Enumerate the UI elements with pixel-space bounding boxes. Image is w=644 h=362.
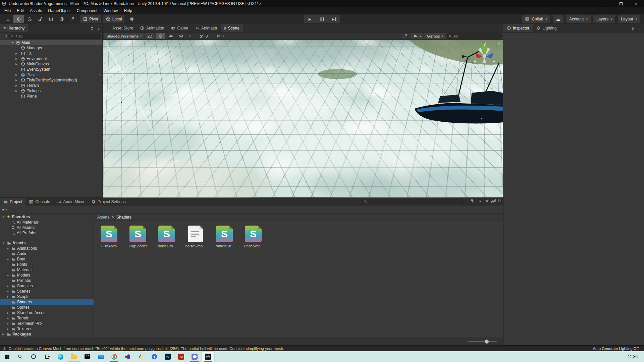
tab-audio-mixer[interactable]: Audio Mixer <box>53 198 88 206</box>
expand-arrow-icon[interactable]: ▶ <box>2 333 4 336</box>
tab-hierarchy[interactable]: ≡ Hierarchy <box>0 24 28 32</box>
minimize-button[interactable]: – <box>598 0 613 7</box>
folder-row-animations[interactable]: ▶Animations <box>0 246 94 251</box>
disclosure-icon[interactable]: ▼ <box>2 216 5 219</box>
edge-icon[interactable] <box>54 351 67 362</box>
hierarchy-row-manager[interactable]: Manager <box>0 45 103 51</box>
prefab-chevron-icon[interactable]: › <box>99 72 101 77</box>
hidden-objects-toggle[interactable]: 0 <box>197 33 210 39</box>
expand-arrow-icon[interactable]: ▶ <box>7 311 9 314</box>
scene-lighting-toggle[interactable] <box>156 33 165 39</box>
hierarchy-row-fish-particlesystemmethod[interactable]: ▶Fish(ParticleSystemMethod) <box>0 77 103 83</box>
layers-dropdown[interactable]: Layers ▾ <box>593 15 615 23</box>
favorites-filter-icon[interactable]: ★ <box>485 198 489 203</box>
task-view-button[interactable] <box>40 351 54 362</box>
folder-row-models[interactable]: ▶Models <box>0 273 94 278</box>
file-explorer-icon[interactable] <box>67 351 80 362</box>
lock-icon[interactable] <box>631 26 635 30</box>
step-button[interactable]: ▶ <box>328 15 340 23</box>
disclosure-icon[interactable]: ▼ <box>2 242 5 245</box>
menu-item-assets[interactable]: Assets <box>27 8 45 14</box>
account-dropdown[interactable]: Account ▾ <box>566 15 591 23</box>
folder-row-scripts[interactable]: ▶Scripts <box>0 294 94 299</box>
gizmo-persp-label[interactable]: Persp <box>481 67 491 72</box>
folder-row-sprites[interactable]: Sprites <box>0 305 94 310</box>
hidden-packages-count[interactable]: 11 <box>492 199 501 203</box>
tab-animation[interactable]: Animation <box>137 24 167 32</box>
store-icon[interactable] <box>80 351 94 362</box>
folder-row-boat[interactable]: ▶Boat <box>0 256 94 262</box>
maximize-button[interactable] <box>613 0 629 7</box>
grid-snap-button[interactable] <box>126 15 137 23</box>
visual-studio-icon[interactable] <box>121 351 134 362</box>
menu-item-help[interactable]: Help <box>121 8 135 14</box>
favorites-header[interactable]: ▼★Favorites <box>0 214 94 220</box>
expand-arrow-icon[interactable]: ▶ <box>15 57 19 60</box>
maps-icon[interactable] <box>148 351 161 362</box>
expand-arrow-icon[interactable]: ▶ <box>7 290 9 293</box>
folder-row-textmesh-pro[interactable]: ▶TextMesh Pro <box>0 321 94 326</box>
gizmo-z-axis[interactable] <box>486 53 493 58</box>
gizmos-dropdown[interactable]: Gizmos▾ <box>424 33 445 39</box>
tab-asset-store[interactable]: Asset Store <box>103 24 137 32</box>
kebab-menu-icon[interactable]: ⋮ <box>96 26 101 31</box>
expand-arrow-icon[interactable]: ▶ <box>7 285 9 288</box>
mail-icon[interactable] <box>94 351 107 362</box>
kebab-menu-icon[interactable]: ⋮ <box>637 26 643 31</box>
custom-tool[interactable] <box>67 15 78 23</box>
create-dropdown-icon[interactable]: ▾ <box>6 35 7 38</box>
tab-lighting[interactable]: Lighting <box>533 24 560 32</box>
2d-toggle[interactable]: 2D <box>145 33 155 39</box>
file-item-particlesh[interactable]: SParticleSh... <box>213 226 235 248</box>
hand-tool[interactable] <box>3 15 13 23</box>
tab-game[interactable]: Game <box>167 24 192 32</box>
menu-item-window[interactable]: Window <box>100 8 121 14</box>
menu-item-gameobject[interactable]: GameObject <box>45 8 73 14</box>
cortana-button[interactable] <box>27 351 40 362</box>
scene-viewport[interactable]: y x z ‹ Persp <box>103 40 503 198</box>
scene-audio-toggle[interactable] <box>166 33 175 39</box>
breadcrumb-current[interactable]: Shaders <box>116 215 131 220</box>
slider-knob[interactable] <box>485 340 489 344</box>
lighting-status[interactable]: Auto Generate Lighting Off <box>593 347 641 351</box>
collab-dropdown[interactable]: ✓ Collab ▾ <box>522 15 550 23</box>
effects-dropdown-icon[interactable]: ▾ <box>187 33 193 39</box>
kebab-menu-icon[interactable]: ⋮ <box>496 26 502 31</box>
breadcrumb-root[interactable]: Assets <box>97 215 109 220</box>
tab-animator[interactable]: Animator <box>192 24 221 32</box>
transform-tool[interactable] <box>56 15 67 23</box>
hierarchy-row-fx[interactable]: ▶FX <box>0 51 103 56</box>
hierarchy-row-terrain[interactable]: ▶Terrain <box>0 83 103 88</box>
rect-tool[interactable] <box>46 15 56 23</box>
camera-settings-dropdown[interactable]: ▾ <box>411 33 424 39</box>
hierarchy-row-enviroment[interactable]: ▶Enviroment <box>0 56 103 61</box>
expand-arrow-icon[interactable]: ▶ <box>15 84 19 87</box>
tab-console[interactable]: Console <box>25 198 53 206</box>
grid-visibility-toggle[interactable]: ▾ <box>214 33 226 39</box>
create-dropdown-icon[interactable]: ▾ <box>6 208 8 211</box>
folder-row-prefabs[interactable]: Prefabs <box>0 278 94 283</box>
file-item-noisesimp[interactable]: noiseSimp... <box>184 226 207 248</box>
expand-arrow-icon[interactable]: ▶ <box>15 63 19 66</box>
layout-dropdown[interactable]: Layout ▾ <box>618 15 640 23</box>
menu-item-component[interactable]: Component <box>73 8 100 14</box>
pause-button[interactable] <box>316 15 328 23</box>
hierarchy-row-player[interactable]: ▶Player› <box>0 72 103 77</box>
create-button[interactable]: + <box>2 207 5 212</box>
hierarchy-row-maincanvas[interactable]: ▶MainCanvas <box>0 61 103 67</box>
scene-search-input[interactable]: All <box>446 34 502 39</box>
tab-project-settings[interactable]: Project Settings <box>88 198 129 206</box>
folder-row-shaders[interactable]: Shaders <box>0 299 94 305</box>
show-desktop-button[interactable] <box>642 351 644 362</box>
tab-scene[interactable]: #Scene <box>221 24 243 32</box>
chrome-icon[interactable] <box>107 351 121 362</box>
component-tools-button[interactable] <box>400 33 410 39</box>
folder-row-textures[interactable]: ▶Textures <box>0 326 94 331</box>
folder-row-standard-assets[interactable]: ▶Standard Assets <box>0 310 94 315</box>
hierarchy-row-eventsystem[interactable]: EventSystem <box>0 67 103 72</box>
taskbar-clock[interactable]: 11:36 <box>628 354 642 359</box>
folder-row-materials[interactable]: Materials <box>0 267 94 273</box>
rotate-tool[interactable] <box>24 15 35 23</box>
hierarchy-row-plane[interactable]: Plane <box>0 94 103 99</box>
tab-inspector[interactable]: Inspector <box>503 24 533 32</box>
